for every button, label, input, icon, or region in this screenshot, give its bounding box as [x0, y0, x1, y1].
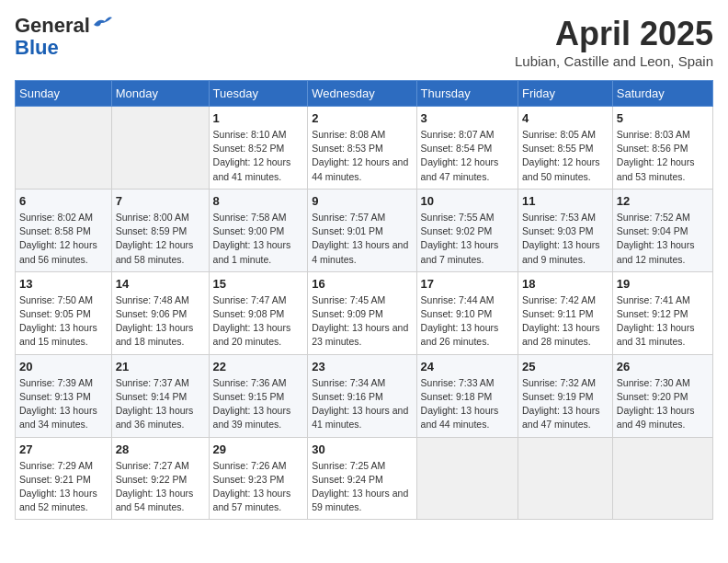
- day-number: 22: [213, 360, 304, 373]
- calendar-cell: 20Sunrise: 7:39 AMSunset: 9:13 PMDayligh…: [16, 354, 112, 437]
- logo-blue-text: Blue: [15, 37, 59, 59]
- day-info: Sunrise: 7:45 AMSunset: 9:09 PMDaylight:…: [312, 293, 412, 350]
- calendar-cell: 29Sunrise: 7:26 AMSunset: 9:23 PMDayligh…: [209, 437, 308, 520]
- calendar-cell: 14Sunrise: 7:48 AMSunset: 9:06 PMDayligh…: [111, 271, 209, 354]
- day-info: Sunrise: 7:57 AMSunset: 9:01 PMDaylight:…: [312, 211, 412, 267]
- day-info: Sunrise: 7:37 AMSunset: 9:14 PMDaylight:…: [116, 376, 205, 432]
- day-number: 8: [213, 194, 304, 208]
- week-row-3: 13Sunrise: 7:50 AMSunset: 9:05 PMDayligh…: [16, 271, 713, 354]
- day-info: Sunrise: 7:47 AMSunset: 9:08 PMDaylight:…: [213, 293, 304, 350]
- day-number: 2: [312, 111, 412, 125]
- day-number: 9: [312, 194, 412, 208]
- day-number: 13: [19, 277, 108, 291]
- day-number: 17: [421, 277, 514, 291]
- calendar-cell: 9Sunrise: 7:57 AMSunset: 9:01 PMDaylight…: [308, 189, 416, 271]
- calendar-cell: 27Sunrise: 7:29 AMSunset: 9:21 PMDayligh…: [16, 437, 112, 520]
- calendar-cell: 25Sunrise: 7:32 AMSunset: 9:19 PMDayligh…: [518, 354, 612, 437]
- day-info: Sunrise: 7:26 AMSunset: 9:23 PMDaylight:…: [213, 459, 304, 515]
- day-number: 4: [522, 111, 609, 125]
- day-info: Sunrise: 7:53 AMSunset: 9:03 PMDaylight:…: [522, 211, 609, 267]
- calendar-header-row: SundayMondayTuesdayWednesdayThursdayFrid…: [16, 81, 713, 107]
- day-number: 3: [421, 111, 514, 125]
- calendar-cell: [16, 107, 112, 190]
- day-number: 10: [421, 194, 514, 208]
- day-info: Sunrise: 8:07 AMSunset: 8:54 PMDaylight:…: [421, 128, 514, 184]
- day-number: 11: [522, 194, 609, 208]
- day-info: Sunrise: 7:50 AMSunset: 9:05 PMDaylight:…: [19, 293, 108, 350]
- calendar-cell: 3Sunrise: 8:07 AMSunset: 8:54 PMDaylight…: [416, 107, 518, 190]
- location-text: Lubian, Castille and Leon, Spain: [515, 53, 713, 69]
- day-number: 19: [617, 277, 709, 291]
- day-info: Sunrise: 8:08 AMSunset: 8:53 PMDaylight:…: [312, 128, 412, 184]
- calendar-cell: 26Sunrise: 7:30 AMSunset: 9:20 PMDayligh…: [612, 354, 712, 437]
- day-number: 16: [312, 277, 412, 291]
- day-info: Sunrise: 7:32 AMSunset: 9:19 PMDaylight:…: [522, 376, 609, 432]
- column-header-monday: Monday: [111, 81, 209, 107]
- day-number: 5: [617, 111, 709, 125]
- week-row-2: 6Sunrise: 8:02 AMSunset: 8:58 PMDaylight…: [16, 189, 713, 271]
- day-info: Sunrise: 8:00 AMSunset: 8:59 PMDaylight:…: [116, 211, 205, 267]
- day-info: Sunrise: 7:58 AMSunset: 9:00 PMDaylight:…: [213, 211, 304, 267]
- day-number: 27: [19, 442, 108, 456]
- calendar-cell: [416, 437, 518, 520]
- day-info: Sunrise: 7:27 AMSunset: 9:22 PMDaylight:…: [116, 459, 205, 515]
- calendar-cell: 30Sunrise: 7:25 AMSunset: 9:24 PMDayligh…: [308, 437, 416, 520]
- day-info: Sunrise: 8:02 AMSunset: 8:58 PMDaylight:…: [19, 211, 108, 267]
- calendar-cell: 18Sunrise: 7:42 AMSunset: 9:11 PMDayligh…: [518, 271, 612, 354]
- calendar-cell: [111, 107, 209, 190]
- calendar-cell: 8Sunrise: 7:58 AMSunset: 9:00 PMDaylight…: [209, 189, 308, 271]
- day-number: 23: [312, 360, 412, 373]
- day-info: Sunrise: 8:05 AMSunset: 8:55 PMDaylight:…: [522, 128, 609, 184]
- day-number: 21: [116, 360, 205, 373]
- day-info: Sunrise: 7:36 AMSunset: 9:15 PMDaylight:…: [213, 376, 304, 432]
- day-number: 30: [312, 442, 412, 456]
- calendar-cell: 2Sunrise: 8:08 AMSunset: 8:53 PMDaylight…: [308, 107, 416, 190]
- calendar-cell: 5Sunrise: 8:03 AMSunset: 8:56 PMDaylight…: [612, 107, 712, 190]
- day-info: Sunrise: 7:41 AMSunset: 9:12 PMDaylight:…: [617, 293, 709, 350]
- calendar-cell: 1Sunrise: 8:10 AMSunset: 8:52 PMDaylight…: [209, 107, 308, 190]
- day-info: Sunrise: 7:33 AMSunset: 9:18 PMDaylight:…: [421, 376, 514, 432]
- calendar-cell: 17Sunrise: 7:44 AMSunset: 9:10 PMDayligh…: [416, 271, 518, 354]
- column-header-saturday: Saturday: [612, 81, 712, 107]
- logo-general-text: General: [15, 15, 90, 37]
- day-number: 15: [213, 277, 304, 291]
- calendar-cell: [518, 437, 612, 520]
- day-number: 14: [116, 277, 205, 291]
- day-number: 25: [522, 360, 609, 373]
- day-number: 7: [116, 194, 205, 208]
- calendar-cell: 7Sunrise: 8:00 AMSunset: 8:59 PMDaylight…: [111, 189, 209, 271]
- day-info: Sunrise: 7:39 AMSunset: 9:13 PMDaylight:…: [19, 376, 108, 432]
- day-info: Sunrise: 7:48 AMSunset: 9:06 PMDaylight:…: [116, 293, 205, 350]
- week-row-4: 20Sunrise: 7:39 AMSunset: 9:13 PMDayligh…: [16, 354, 713, 437]
- title-section: April 2025 Lubian, Castille and Leon, Sp…: [515, 15, 713, 69]
- calendar-cell: 11Sunrise: 7:53 AMSunset: 9:03 PMDayligh…: [518, 189, 612, 271]
- logo: General Blue: [15, 15, 112, 59]
- day-info: Sunrise: 7:55 AMSunset: 9:02 PMDaylight:…: [421, 211, 514, 267]
- calendar-cell: 24Sunrise: 7:33 AMSunset: 9:18 PMDayligh…: [416, 354, 518, 437]
- day-info: Sunrise: 7:29 AMSunset: 9:21 PMDaylight:…: [19, 459, 108, 515]
- day-number: 18: [522, 277, 609, 291]
- calendar-cell: 23Sunrise: 7:34 AMSunset: 9:16 PMDayligh…: [308, 354, 416, 437]
- day-info: Sunrise: 7:52 AMSunset: 9:04 PMDaylight:…: [617, 211, 709, 267]
- day-info: Sunrise: 8:10 AMSunset: 8:52 PMDaylight:…: [213, 128, 304, 184]
- calendar-cell: 22Sunrise: 7:36 AMSunset: 9:15 PMDayligh…: [209, 354, 308, 437]
- day-number: 1: [213, 111, 304, 125]
- day-number: 29: [213, 442, 304, 456]
- logo-bird-icon: [92, 16, 112, 32]
- day-info: Sunrise: 7:30 AMSunset: 9:20 PMDaylight:…: [617, 376, 709, 432]
- calendar-cell: 4Sunrise: 8:05 AMSunset: 8:55 PMDaylight…: [518, 107, 612, 190]
- column-header-wednesday: Wednesday: [308, 81, 416, 107]
- column-header-tuesday: Tuesday: [209, 81, 308, 107]
- day-info: Sunrise: 7:44 AMSunset: 9:10 PMDaylight:…: [421, 293, 514, 350]
- column-header-sunday: Sunday: [16, 81, 112, 107]
- day-number: 24: [421, 360, 514, 373]
- calendar-cell: 19Sunrise: 7:41 AMSunset: 9:12 PMDayligh…: [612, 271, 712, 354]
- day-info: Sunrise: 7:34 AMSunset: 9:16 PMDaylight:…: [312, 376, 412, 432]
- calendar-cell: 6Sunrise: 8:02 AMSunset: 8:58 PMDaylight…: [16, 189, 112, 271]
- page-header: General Blue April 2025 Lubian, Castille…: [15, 15, 713, 69]
- day-info: Sunrise: 7:25 AMSunset: 9:24 PMDaylight:…: [312, 459, 412, 515]
- month-title: April 2025: [515, 15, 713, 53]
- calendar-table: SundayMondayTuesdayWednesdayThursdayFrid…: [15, 80, 713, 520]
- calendar-cell: 12Sunrise: 7:52 AMSunset: 9:04 PMDayligh…: [612, 189, 712, 271]
- calendar-cell: 28Sunrise: 7:27 AMSunset: 9:22 PMDayligh…: [111, 437, 209, 520]
